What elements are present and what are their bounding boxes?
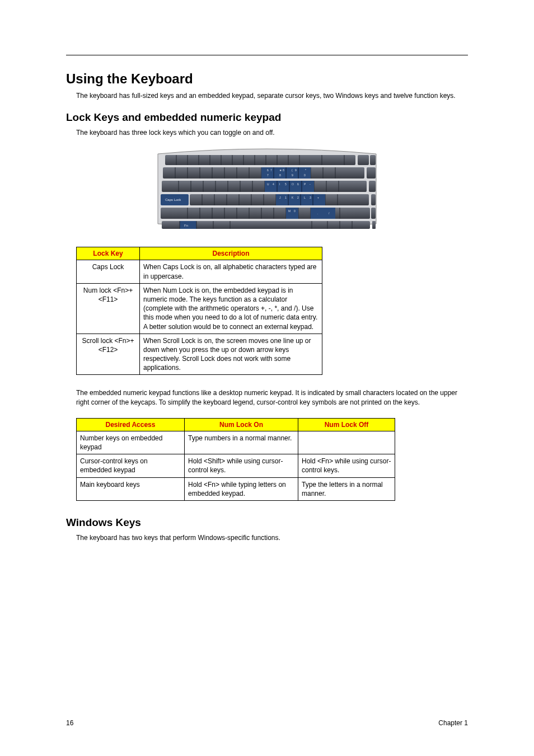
th-desired-access: Desired Access [77,418,185,431]
cell-lockkey: Caps Lock [77,260,140,283]
svg-text:8: 8 [279,173,281,177]
cell-on: Hold <Shift> while using cursor-control … [185,454,298,477]
cell-lockkey: Scroll lock <Fn>+<F12> [77,334,140,375]
svg-text:0: 0 [294,209,296,213]
svg-text:+: + [317,196,319,199]
svg-rect-124 [371,208,376,219]
table-row: Main keyboard keys Hold <Fn> while typin… [77,477,395,500]
section-title: Using the Keyboard [66,71,468,87]
svg-text:M: M [288,209,291,213]
th-lock-key: Lock Key [77,247,140,260]
page-number: 16 [66,719,73,727]
access-table: Desired Access Num Lock On Num Lock Off … [76,418,395,501]
table-row: Number keys on embedded keypad Type numb… [77,431,395,454]
table-header-row: Lock Key Description [77,247,322,260]
windows-keys-text: The keyboard has two keys that perform W… [66,533,468,542]
svg-text:6: 6 [297,182,299,186]
svg-text:Fn: Fn [184,224,188,227]
cell-off: Type the letters in a normal manner. [298,477,395,500]
svg-rect-75 [369,181,376,192]
svg-text:3: 3 [310,196,311,199]
keyboard-illustration: 67 ★8 (9 * 7890 U4 I [155,148,379,232]
numpad-text: The embedded numeric keypad functions li… [66,388,468,406]
svg-text:8: 8 [283,168,284,172]
page-footer: 16 Chapter 1 [66,719,468,727]
svg-text:*: * [305,168,306,172]
svg-text:6: 6 [267,168,269,172]
table-header-row: Desired Access Num Lock On Num Lock Off [77,418,395,431]
cell-on: Type numbers in a normal manner. [185,431,298,454]
lock-keys-text: The keyboard has three lock keys which y… [66,128,468,137]
svg-text:7: 7 [270,168,272,172]
svg-text:1: 1 [285,196,287,199]
cell-access: Main keyboard keys [77,477,185,500]
svg-rect-120 [311,208,323,219]
cell-lockkey: Num lock <Fn>+<F11> [77,283,140,334]
svg-rect-103 [161,208,370,219]
cell-desc: When Num Lock is on, the embedded keypad… [140,283,322,334]
svg-text:.: . [317,212,318,215]
svg-rect-16 [370,155,376,165]
cell-desc: When Caps Lock is on, all alphabetic cha… [140,260,322,283]
lock-key-table: Lock Key Description Caps Lock When Caps… [76,247,322,375]
table-row: Num lock <Fn>+<F11> When Num Lock is on,… [77,283,322,334]
table-row: Caps Lock When Caps Lock is on, all alph… [77,260,322,283]
table-row: Cursor-control keys on embedded keypad H… [77,454,395,477]
cell-access: Number keys on embedded keypad [77,431,185,454]
table-row: Scroll lock <Fn>+<F12> When Scroll Lock … [77,334,322,375]
svg-rect-48 [162,181,367,192]
svg-text:U: U [267,182,269,186]
cell-off: Hold <Fn> while using cursor-control key… [298,454,395,477]
svg-text:9: 9 [295,168,297,172]
svg-rect-102 [371,194,376,205]
cell-desc: When Scroll Lock is on, the screen moves… [140,334,322,375]
svg-rect-15 [358,155,369,165]
svg-text:2: 2 [297,196,299,199]
svg-rect-136 [372,221,376,229]
svg-text:0: 0 [304,173,306,177]
svg-text:I: I [279,182,280,186]
th-description: Description [140,247,322,260]
svg-text:5: 5 [285,182,287,186]
svg-text:L: L [304,196,306,199]
svg-rect-0 [165,155,355,165]
svg-text:9: 9 [292,173,293,177]
svg-text:4: 4 [273,182,274,186]
svg-rect-47 [367,167,376,179]
cell-on: Hold <Fn> while typing letters on embedd… [185,477,298,500]
chapter-label: Chapter 1 [438,719,468,727]
top-rule [66,55,468,55]
intro-text: The keyboard has full-sized keys and an … [66,91,468,100]
subheader-windows-keys: Windows Keys [66,516,468,529]
svg-text:Caps Lock: Caps Lock [165,198,181,201]
th-numlock-off: Num Lock Off [298,418,395,431]
cell-off [298,431,395,454]
svg-text:7: 7 [267,173,269,177]
subheader-lock-keys: Lock Keys and embedded numeric keypad [66,111,468,124]
svg-text:O: O [292,182,294,186]
th-numlock-on: Num Lock On [185,418,298,431]
cell-access: Cursor-control keys on embedded keypad [77,454,185,477]
